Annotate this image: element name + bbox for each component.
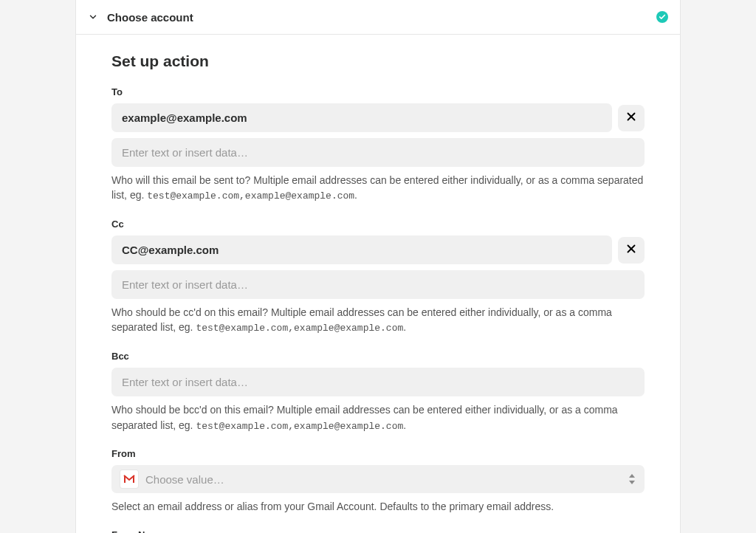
bcc-field-group: Bcc Who should be bcc'd on this email? M… [111,351,645,433]
from-label: From [111,448,645,459]
main-panel: Choose account Set up action To example@… [75,0,681,533]
bcc-label: Bcc [111,351,645,362]
content-area: Set up action To example@example.com Who… [76,35,680,533]
bcc-help-text: Who should be bcc'd on this email? Multi… [111,402,645,433]
header-title: Choose account [107,11,656,24]
close-icon [625,110,638,126]
choose-account-header[interactable]: Choose account [76,0,680,35]
cc-input[interactable] [111,270,645,299]
close-icon [625,242,638,258]
cc-field-group: Cc CC@example.com Who should be cc'd on … [111,219,645,336]
to-input[interactable] [111,138,645,167]
from-select[interactable]: Choose value… [111,465,645,493]
cc-remove-button[interactable] [618,237,645,264]
cc-label: Cc [111,219,645,230]
from-help-text: Select an email address or alias from yo… [111,499,645,514]
from-select-placeholder: Choose value… [145,473,621,486]
chevron-down-icon [85,9,101,25]
cc-chip[interactable]: CC@example.com [111,235,612,264]
from-name-field-group: From Name [111,529,645,533]
to-label: To [111,86,645,97]
to-chip[interactable]: example@example.com [111,103,612,132]
from-field-group: From Choose value… Select an email addre… [111,448,645,514]
cc-chip-row: CC@example.com [111,235,645,264]
to-remove-button[interactable] [618,105,645,131]
section-title: Set up action [111,52,645,70]
to-chip-row: example@example.com [111,103,645,132]
gmail-icon [120,470,138,488]
to-field-group: To example@example.com Who will this ema… [111,86,645,204]
check-badge-icon [656,11,668,23]
cc-help-text: Who should be cc'd on this email? Multip… [111,305,645,336]
sort-arrows-icon [628,474,636,484]
bcc-input[interactable] [111,368,645,396]
from-name-label: From Name [111,529,645,533]
to-help-text: Who will this email be sent to? Multiple… [111,173,645,204]
